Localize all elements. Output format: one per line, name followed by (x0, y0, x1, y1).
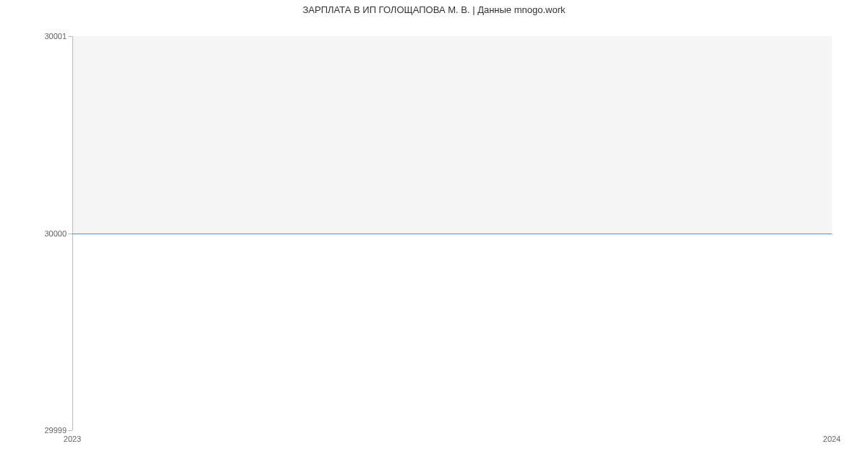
y-tick-label: 29999 (30, 426, 67, 435)
x-tick-label: 2024 (823, 435, 841, 443)
chart-title: ЗАРПЛАТА В ИП ГОЛОЩАПОВА М. В. | Данные … (0, 4, 868, 15)
chart-container: ЗАРПЛАТА В ИП ГОЛОЩАПОВА М. В. | Данные … (0, 0, 868, 470)
y-tick-label: 30001 (30, 32, 67, 40)
x-tick-label: 2023 (64, 435, 81, 443)
y-tick-label: 30000 (30, 229, 67, 238)
y-tick (68, 430, 72, 431)
y-tick (68, 36, 72, 37)
plot-background (72, 36, 832, 234)
data-series-line (72, 234, 832, 234)
